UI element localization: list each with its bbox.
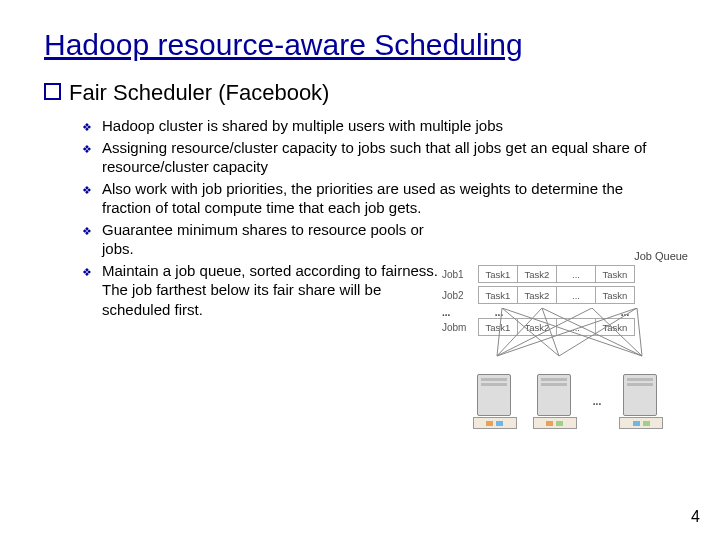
- list-item-text: Maintain a job queue, sorted according t…: [102, 262, 438, 318]
- list-item-text: Hadoop cluster is shared by multiple use…: [102, 117, 503, 134]
- diamond-bullet-icon: ❖: [82, 226, 92, 237]
- job-label: Job2: [442, 290, 478, 301]
- subheading-text: Fair Scheduler (Facebook): [69, 80, 329, 105]
- task-cell: ...: [557, 266, 596, 282]
- diamond-bullet-icon: ❖: [82, 122, 92, 133]
- task-cell: Task2: [518, 266, 557, 282]
- svg-line-0: [497, 308, 502, 356]
- task-cell: Task1: [479, 266, 518, 282]
- list-item-text: Guarantee minimum shares to resource poo…: [102, 221, 424, 258]
- list-item-text: Also work with job priorities, the prior…: [102, 180, 623, 217]
- task-cells: Task1 Task2 ... Taskn: [478, 286, 635, 304]
- job-queue-diagram: Job Queue Job1 Task1 Task2 ... Taskn Job…: [442, 250, 692, 429]
- page-number: 4: [691, 508, 700, 526]
- list-item: ❖Also work with job priorities, the prio…: [82, 179, 676, 218]
- connection-lines: [442, 308, 692, 368]
- square-bullet-icon: [44, 83, 61, 100]
- server-icon: [619, 374, 661, 429]
- svg-line-8: [542, 308, 642, 356]
- job-label: Job1: [442, 269, 478, 280]
- diamond-bullet-icon: ❖: [82, 267, 92, 278]
- job-row: Job1 Task1 Task2 ... Taskn: [442, 265, 692, 283]
- server-dots: ...: [593, 396, 601, 407]
- svg-line-10: [637, 308, 642, 356]
- job-row: Job2 Task1 Task2 ... Taskn: [442, 286, 692, 304]
- server-icon: [473, 374, 515, 429]
- queue-label: Job Queue: [442, 250, 688, 262]
- subheading: Fair Scheduler (Facebook): [44, 80, 676, 106]
- task-cell: Taskn: [596, 266, 634, 282]
- diamond-bullet-icon: ❖: [82, 185, 92, 196]
- task-cell: Taskn: [596, 287, 634, 303]
- list-item: ❖Assigning resource/cluster capacity to …: [82, 138, 676, 177]
- server-row: ...: [442, 374, 692, 429]
- list-item: ❖Maintain a job queue, sorted according …: [82, 261, 442, 320]
- task-cells: Task1 Task2 ... Taskn: [478, 265, 635, 283]
- list-item-text: Assigning resource/cluster capacity to j…: [102, 139, 646, 176]
- task-cell: Task1: [479, 287, 518, 303]
- slide-title: Hadoop resource-aware Scheduling: [44, 28, 676, 62]
- list-item: ❖Guarantee minimum shares to resource po…: [82, 220, 442, 259]
- svg-line-7: [502, 308, 642, 356]
- server-icon: [533, 374, 575, 429]
- task-cell: Task2: [518, 287, 557, 303]
- list-item: ❖Hadoop cluster is shared by multiple us…: [82, 116, 676, 136]
- diamond-bullet-icon: ❖: [82, 144, 92, 155]
- task-cell: ...: [557, 287, 596, 303]
- svg-line-3: [497, 308, 637, 356]
